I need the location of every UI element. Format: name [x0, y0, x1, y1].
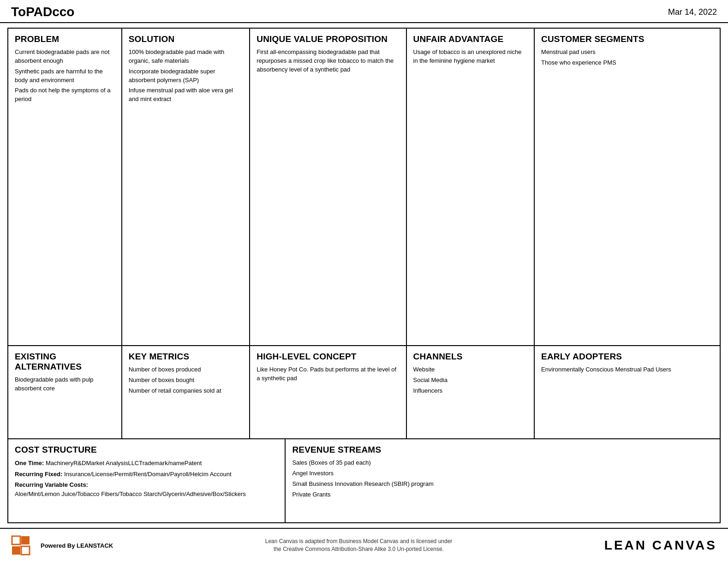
channels-title: CHANNELS — [413, 352, 528, 362]
uvp-title: UNIQUE VALUE PROPOSITION — [257, 34, 399, 44]
early-adopters-point-1: Environmentally Conscious Menstrual Pad … — [541, 365, 713, 374]
cost-one-time: One Time: MachineryR&DMarket AnalysisLLC… — [15, 459, 278, 468]
uvp-text: First all-encompassing biodegradable pad… — [257, 48, 399, 74]
high-level-title: HIGH-LEVEL CONCEPT — [257, 352, 399, 362]
solution-point-1: 100% biodegradable pad made with organic… — [129, 48, 243, 66]
header: ToPADcco Mar 14, 2022 — [0, 0, 728, 23]
footer-license: Lean Canvas is adapted from Business Mod… — [265, 538, 453, 553]
existing-title: EXISTING ALTERNATIVES — [15, 352, 115, 372]
channels-point-1: Website — [413, 365, 528, 374]
early-adopters-title: EARLY ADOPTERS — [541, 352, 713, 362]
revenue-title: REVENUE STREAMS — [292, 445, 713, 455]
col-uvp: UNIQUE VALUE PROPOSITION First all-encom… — [250, 29, 406, 438]
cost-structure-cell: COST STRUCTURE One Time: MachineryR&DMar… — [8, 439, 286, 522]
cost-recurring-variable-value: Aloe/Mint/Lemon Juice/Tobacco Fibers/Tob… — [15, 490, 246, 497]
early-adopters-cell: EARLY ADOPTERS Environmentally Conscious… — [535, 346, 720, 438]
problem-title: PROBLEM — [15, 34, 115, 44]
app-title: ToPADcco — [11, 5, 74, 19]
key-metrics-title: KEY METRICS — [129, 352, 243, 362]
key-metrics-content: Number of boxes produced Number of boxes… — [129, 365, 243, 395]
solution-cell: SOLUTION 100% biodegradable pad made wit… — [122, 29, 250, 346]
key-metrics-point-3: Number of retail companies sold at — [129, 387, 243, 395]
high-level-text: Like Honey Pot Co. Pads but performs at … — [257, 365, 399, 383]
high-level-concept-cell: HIGH-LEVEL CONCEPT Like Honey Pot Co. Pa… — [250, 346, 406, 438]
cost-one-time-label: One Time: — [15, 460, 44, 466]
top-section: PROBLEM Current biodegradable pads are n… — [8, 29, 720, 439]
cost-content: One Time: MachineryR&DMarket AnalysisLLC… — [15, 459, 278, 498]
svg-rect-0 — [12, 536, 20, 544]
channels-point-2: Social Media — [413, 376, 528, 385]
unfair-title: UNFAIR ADVANTAGE — [413, 34, 528, 44]
canvas-grid: PROBLEM Current biodegradable pads are n… — [7, 28, 721, 523]
problem-cell: PROBLEM Current biodegradable pads are n… — [8, 29, 121, 346]
col-customer: CUSTOMER SEGMENTS Menstrual pad users Th… — [535, 29, 720, 438]
existing-alternatives-cell: EXISTING ALTERNATIVES Biodegradable pads… — [8, 346, 121, 438]
key-metrics-point-2: Number of boxes bought — [129, 376, 243, 385]
col-solution: SOLUTION 100% biodegradable pad made wit… — [122, 29, 251, 438]
unfair-cell: UNFAIR ADVANTAGE Usage of tobacco is an … — [407, 29, 534, 346]
key-metrics-point-1: Number of boxes produced — [129, 365, 243, 374]
footer-left: Powered By LEANSTACK — [11, 535, 113, 556]
key-metrics-cell: KEY METRICS Number of boxes produced Num… — [122, 346, 250, 438]
unfair-text: Usage of tobacco is an unexplored niche … — [413, 48, 528, 66]
problem-point-2: Synthetic pads are harmful to the body a… — [15, 67, 115, 85]
footer-brand: LEAN CANVAS — [604, 538, 717, 553]
solution-point-2: Incorporate biodegradable super absorben… — [129, 67, 243, 85]
channels-content: Website Social Media Influencers — [413, 365, 528, 395]
existing-point-1: Biodegradable pads with pulp absorbent c… — [15, 376, 115, 393]
problem-point-1: Current biodegradable pads are not absor… — [15, 48, 115, 66]
problem-point-3: Pads do not help the symptoms of a perio… — [15, 86, 115, 104]
unfair-content: Usage of tobacco is an unexplored niche … — [413, 48, 528, 67]
svg-rect-3 — [21, 546, 30, 555]
cost-title: COST STRUCTURE — [15, 445, 278, 455]
high-level-content: Like Honey Pot Co. Pads but performs at … — [257, 365, 399, 383]
svg-rect-2 — [12, 546, 20, 555]
revenue-point-1: Sales (Boxes of 35 pad each) — [292, 459, 713, 467]
revenue-point-2: Angel Investors — [292, 469, 713, 478]
cost-recurring-fixed-label: Recurring Fixed: — [15, 471, 62, 478]
early-adopters-content: Environmentally Conscious Menstrual Pad … — [541, 365, 713, 374]
solution-point-3: Infuse menstrual pad with aloe vera gel … — [129, 86, 243, 104]
bottom-section: COST STRUCTURE One Time: MachineryR&DMar… — [8, 439, 720, 522]
uvp-content: First all-encompassing biodegradable pad… — [257, 48, 399, 76]
cost-recurring-variable: Recurring Variable Costs: Aloe/Mint/Lemo… — [15, 480, 278, 498]
leanstack-logo — [11, 535, 35, 556]
revenue-point-3: Small Business Innovation Research (SBIR… — [292, 480, 713, 489]
revenue-streams-cell: REVENUE STREAMS Sales (Boxes of 35 pad e… — [286, 439, 720, 522]
uvp-cell: UNIQUE VALUE PROPOSITION First all-encom… — [250, 29, 406, 346]
solution-content: 100% biodegradable pad made with organic… — [129, 48, 243, 106]
canvas-wrapper: PROBLEM Current biodegradable pads are n… — [0, 23, 728, 528]
revenue-content: Sales (Boxes of 35 pad each) Angel Inves… — [292, 459, 713, 499]
customer-segments-cell: CUSTOMER SEGMENTS Menstrual pad users Th… — [535, 29, 720, 346]
cost-recurring-variable-label: Recurring Variable Costs: — [15, 481, 88, 488]
cost-recurring-fixed: Recurring Fixed: Insurance/License/Permi… — [15, 470, 278, 479]
footer-license-text: Lean Canvas is adapted from Business Mod… — [265, 538, 453, 552]
cost-one-time-value: MachineryR&DMarket AnalysisLLCTrademark/… — [46, 460, 202, 466]
existing-content: Biodegradable pads with pulp absorbent c… — [15, 376, 115, 393]
date-label: Mar 14, 2022 — [668, 7, 717, 17]
customer-point-1: Menstrual pad users — [541, 48, 713, 57]
revenue-point-4: Private Grants — [292, 490, 713, 499]
solution-title: SOLUTION — [129, 34, 243, 44]
cost-recurring-fixed-value: Insurance/License/Permit/Rent/Domain/Pay… — [64, 471, 232, 478]
svg-rect-1 — [21, 536, 30, 544]
col-problem: PROBLEM Current biodegradable pads are n… — [8, 29, 122, 438]
problem-content: Current biodegradable pads are not absor… — [15, 48, 115, 106]
col-unfair: UNFAIR ADVANTAGE Usage of tobacco is an … — [407, 29, 535, 438]
channels-point-3: Influencers — [413, 387, 528, 395]
customer-content: Menstrual pad users Those who experience… — [541, 48, 713, 69]
channels-cell: CHANNELS Website Social Media Influencer… — [407, 346, 534, 438]
footer-powered-label: Powered By LEANSTACK — [41, 542, 113, 549]
customer-point-2: Those who experience PMS — [541, 59, 713, 67]
customer-title: CUSTOMER SEGMENTS — [541, 34, 713, 44]
footer: Powered By LEANSTACK Lean Canvas is adap… — [0, 528, 728, 562]
